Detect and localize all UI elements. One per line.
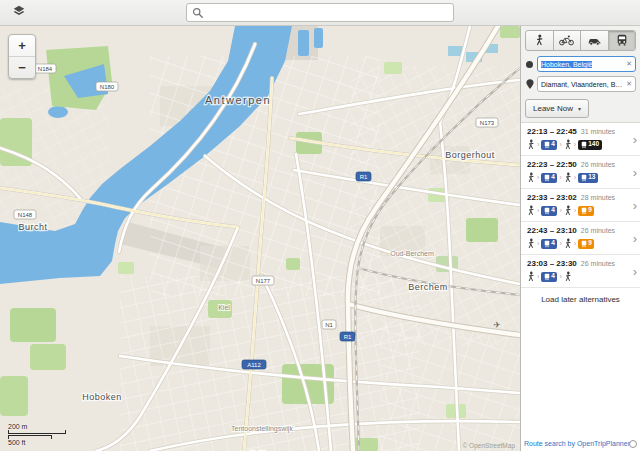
transit-route-badge: 4	[541, 239, 557, 249]
expand-itinerary-chevron[interactable]: ›	[633, 132, 637, 147]
itinerary-times: 22:43 – 23:10	[527, 226, 577, 235]
transit-route-badge: 140	[578, 140, 601, 150]
leg-separator-icon: ›	[537, 174, 539, 181]
walk-icon	[527, 205, 535, 216]
leg-separator-icon: ›	[574, 174, 576, 181]
svg-text:N1: N1	[325, 322, 333, 328]
road-shield-r1-south: R1	[340, 332, 355, 341]
route-destination-icon	[525, 79, 534, 89]
leave-now-label: Leave Now	[533, 104, 573, 113]
leave-now-dropdown[interactable]: Leave Now ▾	[525, 99, 589, 118]
walk-icon	[564, 172, 572, 183]
zoom-out-button[interactable]: −	[9, 56, 35, 78]
road-shield-n184: N184	[34, 64, 56, 73]
itinerary-row[interactable]: 22:33 – 23:0228 minutes›4››9›	[521, 189, 640, 222]
expand-itinerary-chevron[interactable]: ›	[633, 198, 637, 213]
itinerary-row[interactable]: 22:23 – 22:5026 minutes›4››13›	[521, 156, 640, 189]
svg-text:R1: R1	[344, 334, 352, 340]
search-icon	[192, 4, 203, 22]
map-canvas[interactable]: Antwerpen Borgerhout Berchem Hoboken Wil…	[0, 26, 520, 451]
transit-route-badge: 4	[541, 173, 557, 183]
road-shield-n148: N148	[14, 210, 36, 219]
expand-itinerary-chevron[interactable]: ›	[633, 231, 637, 246]
itinerary-legs: ›4››9	[527, 238, 626, 249]
itinerary-row[interactable]: 22:13 – 22:4531 minutes›4››140›	[521, 123, 640, 156]
itinerary-row[interactable]: 22:43 – 23:1026 minutes›4››9›	[521, 222, 640, 255]
clear-to-icon[interactable]: ✕	[624, 80, 632, 88]
leg-separator-icon: ›	[559, 174, 561, 181]
load-later-button[interactable]: Load later alternatives	[521, 288, 640, 311]
itinerary-row[interactable]: 23:03 – 23:3026 minutes›4››	[521, 255, 640, 288]
header-bar	[0, 0, 640, 26]
map-attribution: © OpenStreetMap	[463, 442, 515, 449]
itinerary-times: 23:03 – 23:30	[527, 259, 577, 268]
map-scale: 200 m 500 ft	[8, 423, 66, 447]
leg-separator-icon: ›	[559, 240, 561, 247]
search-input[interactable]	[207, 7, 448, 19]
itinerary-legs: ›4››9	[527, 205, 626, 216]
pedestrian-icon	[535, 32, 544, 50]
itinerary-duration: 31 minutes	[581, 128, 615, 135]
road-shield-n173: N173	[476, 118, 498, 127]
leg-separator-icon: ›	[537, 273, 539, 280]
bus-icon	[616, 32, 628, 50]
itinerary-list: 22:13 – 22:4531 minutes›4››140›22:23 – 2…	[521, 122, 640, 437]
clear-from-icon[interactable]: ✕	[624, 60, 632, 68]
search-field[interactable]	[186, 3, 454, 22]
mode-bike-button[interactable]	[553, 31, 581, 50]
svg-text:N148: N148	[18, 212, 33, 218]
maps-window: Antwerpen Borgerhout Berchem Hoboken Wil…	[0, 0, 640, 451]
scale-imperial-label: 500 ft	[8, 439, 66, 447]
route-from-value: Hoboken, België	[541, 61, 592, 68]
map-label-berchem: Berchem	[408, 282, 448, 292]
route-from-input[interactable]: Hoboken, België ✕	[537, 56, 636, 72]
sidebar-footer: Route search by OpenTripPlanner	[521, 437, 640, 451]
walk-icon	[527, 139, 535, 150]
scale-metric-bracket	[8, 430, 66, 434]
walk-icon	[564, 238, 572, 249]
itinerary-duration: 26 minutes	[581, 227, 615, 234]
walk-icon	[564, 271, 572, 282]
route-to-input[interactable]: Diamant, Vlaanderen, België ✕	[537, 76, 636, 92]
route-to-value: Diamant, Vlaanderen, België	[541, 81, 624, 88]
road-shield-n180: N180	[96, 82, 118, 91]
itinerary-legs: ›4››140	[527, 139, 626, 150]
layers-button[interactable]	[6, 2, 32, 23]
zoom-in-button[interactable]: +	[9, 35, 35, 56]
road-shield-r1-north: R1	[356, 172, 371, 181]
otp-attribution-link[interactable]: Route search by OpenTripPlanner	[524, 440, 628, 447]
map-label-antwerpen: Antwerpen	[205, 94, 271, 106]
expand-itinerary-chevron[interactable]: ›	[633, 165, 637, 180]
airport-icon: ✈	[493, 320, 501, 330]
layers-icon	[12, 4, 26, 22]
leg-separator-icon: ›	[537, 207, 539, 214]
mode-transit-button[interactable]	[608, 31, 636, 50]
expand-itinerary-chevron[interactable]: ›	[633, 264, 637, 279]
walk-icon	[564, 205, 572, 216]
svg-text:N184: N184	[38, 66, 53, 72]
svg-text:A112: A112	[247, 362, 261, 368]
itinerary-legs: ›4›	[527, 271, 626, 282]
bicycle-icon	[559, 32, 574, 50]
itinerary-duration: 26 minutes	[581, 260, 615, 267]
leg-separator-icon: ›	[574, 141, 576, 148]
map-label-kiel: Kiel	[218, 304, 230, 311]
leg-separator-icon: ›	[574, 240, 576, 247]
svg-text:N177: N177	[256, 278, 271, 284]
otp-logo-icon	[629, 440, 637, 448]
leg-separator-icon: ›	[537, 240, 539, 247]
transit-route-badge: 4	[541, 206, 557, 216]
zoom-control: + −	[8, 34, 36, 79]
transit-route-badge: 4	[541, 140, 557, 150]
route-start-icon	[525, 61, 534, 68]
road-shield-a112: A112	[242, 360, 266, 369]
road-shield-n177: N177	[252, 276, 274, 285]
road-shield-n1: N1	[322, 320, 336, 329]
leg-separator-icon: ›	[559, 273, 561, 280]
mode-walk-button[interactable]	[526, 31, 553, 50]
walk-icon	[564, 139, 572, 150]
sidebar-filler	[521, 311, 640, 437]
itinerary-times: 22:13 – 22:45	[527, 127, 577, 136]
transport-mode-group	[525, 30, 636, 51]
mode-car-button[interactable]	[580, 31, 608, 50]
